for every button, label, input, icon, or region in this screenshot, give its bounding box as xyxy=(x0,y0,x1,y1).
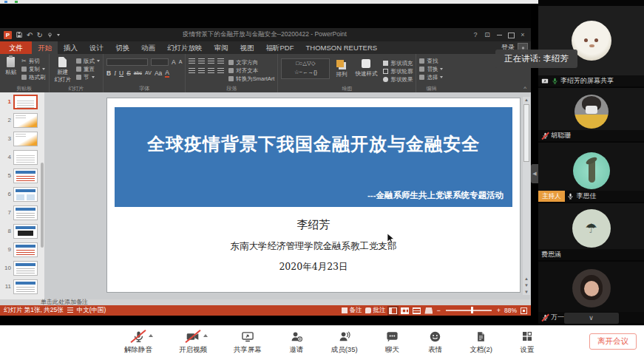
fit-to-window-icon[interactable] xyxy=(521,307,527,314)
select-button[interactable]: 选择 xyxy=(419,74,443,81)
slideshow-view-button[interactable] xyxy=(424,307,433,314)
reset-button[interactable]: 重置 xyxy=(76,66,100,72)
zoom-in-button[interactable]: + xyxy=(497,307,501,314)
font-size-select[interactable] xyxy=(151,58,169,66)
documents-button[interactable]: 文档(2) xyxy=(470,329,492,355)
collapse-ribbon-button[interactable]: ^ xyxy=(523,85,526,92)
bold-button[interactable]: B xyxy=(106,69,111,77)
font-color-button[interactable]: A xyxy=(165,69,169,78)
previous-slide-icon[interactable]: ▲ xyxy=(523,276,530,282)
align-right-icon[interactable] xyxy=(208,68,214,74)
increase-indent-icon[interactable] xyxy=(217,58,224,64)
justify-icon[interactable] xyxy=(217,68,224,74)
slide-thumbnail-8[interactable]: 8 xyxy=(0,222,44,240)
slide-sorter-view-button[interactable] xyxy=(401,307,409,314)
language-indicator[interactable]: 中文(中国) xyxy=(77,306,106,315)
shrink-font-button[interactable]: A xyxy=(179,58,183,66)
text-shadow-button[interactable]: abc xyxy=(134,69,142,77)
undo-icon[interactable]: ↶ xyxy=(27,31,33,39)
character-spacing-button[interactable]: AV xyxy=(145,69,152,77)
slide-thumbnail-9[interactable]: 9 xyxy=(0,240,44,259)
text-direction-button[interactable]: 文字方向 xyxy=(228,59,274,66)
convert-smartart-button[interactable]: 转换为SmartArt xyxy=(228,75,274,82)
cut-button[interactable]: ✂ 剪切 xyxy=(21,58,46,64)
new-slide-button[interactable]: 新建 幻灯片 xyxy=(52,56,74,84)
leave-meeting-button[interactable]: 离开会议 xyxy=(589,333,637,350)
chat-button[interactable]: 聊天 xyxy=(384,329,401,355)
tab-slideshow[interactable]: 幻灯片放映 xyxy=(161,41,209,54)
invite-button[interactable]: 邀请 xyxy=(288,329,305,355)
redo-icon[interactable]: ↻ xyxy=(36,31,42,39)
scrollbar-thumb[interactable] xyxy=(523,104,529,162)
restore-button[interactable] xyxy=(505,29,517,41)
normal-view-button[interactable] xyxy=(389,307,397,314)
tab-foxit-pdf[interactable]: 福昕PDF xyxy=(260,41,300,54)
align-text-button[interactable]: 对齐文本 xyxy=(228,67,274,74)
change-case-button[interactable]: Aa xyxy=(155,69,162,77)
reading-view-button[interactable] xyxy=(413,307,421,314)
vertical-scrollbar[interactable]: ▲ ▲ ▼ ▼ xyxy=(523,97,530,295)
help-button[interactable]: ? xyxy=(470,29,481,41)
share-screen-button[interactable]: 共享屏幕 xyxy=(234,329,262,355)
bullets-icon[interactable] xyxy=(189,58,195,64)
tab-review[interactable]: 审阅 xyxy=(209,41,234,54)
next-slide-icon[interactable]: ▼ xyxy=(523,282,530,288)
comments-toggle-button[interactable]: 批注 xyxy=(365,306,385,315)
ribbon-options-button[interactable]: ⊡ xyxy=(481,29,493,41)
tab-home[interactable]: 开始 xyxy=(32,41,58,54)
sidebar-expand-handle[interactable]: ◀ xyxy=(531,164,538,183)
numbering-icon[interactable] xyxy=(198,58,205,64)
find-button[interactable]: 查找 xyxy=(419,58,443,64)
close-button[interactable]: × xyxy=(517,29,529,41)
arrange-button[interactable]: 排列 xyxy=(333,58,349,84)
tab-animations[interactable]: 动画 xyxy=(135,41,161,54)
slide-thumbnail-2[interactable]: 2 xyxy=(0,111,44,129)
members-button[interactable]: 成员(35) xyxy=(331,329,358,355)
slide-thumbnail-10[interactable]: 10 xyxy=(0,259,44,277)
format-painter-button[interactable]: 格式刷 xyxy=(21,74,46,81)
slide-thumbnail-4[interactable]: 4 xyxy=(0,148,44,166)
touch-mode-icon[interactable] xyxy=(47,32,53,38)
scroll-up-icon[interactable]: ▲ xyxy=(523,97,530,103)
slide-thumbnail-6[interactable]: 6 xyxy=(0,185,44,203)
slide-thumbnail-5[interactable]: 5 xyxy=(0,166,44,185)
underline-button[interactable]: U xyxy=(119,69,123,77)
font-name-select[interactable] xyxy=(106,58,148,66)
participant-tile-screen-share[interactable]: 李绍芳的屏幕共享 xyxy=(538,6,644,86)
tab-view[interactable]: 视图 xyxy=(234,41,260,54)
tab-insert[interactable]: 插入 xyxy=(58,41,84,54)
video-options-caret[interactable] xyxy=(203,334,208,337)
slide-thumbnail-3[interactable]: 3 xyxy=(0,129,44,148)
replace-button[interactable]: 替换 xyxy=(419,66,443,72)
emoji-button[interactable]: 表情 xyxy=(427,329,443,355)
decrease-indent-icon[interactable] xyxy=(208,58,214,64)
unmute-button[interactable]: 解除静音 xyxy=(124,329,152,355)
notes-placeholder[interactable]: 单击此处添加备注 xyxy=(41,299,88,305)
participant-tile-host[interactable]: 主持人 李思佳 xyxy=(538,143,644,202)
tab-transitions[interactable]: 切换 xyxy=(109,41,135,54)
zoom-out-button[interactable]: − xyxy=(436,307,440,314)
zoom-percentage[interactable]: 88% xyxy=(504,307,517,314)
slide-thumbnail-7[interactable]: 7 xyxy=(0,203,44,222)
slide-editor[interactable]: 全球疫情背景下我国金融开放与金融安全 ---金融系师生共上党课系统专题活动 李绍… xyxy=(107,98,520,292)
mic-options-caret[interactable] xyxy=(149,334,153,337)
quick-styles-button[interactable]: 快速样式 xyxy=(353,58,379,84)
align-left-icon[interactable] xyxy=(189,68,195,74)
shape-outline-button[interactable]: 形状轮廓 xyxy=(383,68,413,75)
notes-toggle-button[interactable]: 备注 xyxy=(342,306,362,315)
grow-font-button[interactable]: A xyxy=(172,58,176,66)
section-button[interactable]: 节 xyxy=(76,74,100,81)
collapse-participants-button[interactable]: ∨ xyxy=(564,313,619,324)
italic-button[interactable]: I xyxy=(114,69,116,77)
start-video-button[interactable]: 开启视频 xyxy=(179,329,207,355)
zoom-slider[interactable] xyxy=(446,310,492,311)
paste-button[interactable]: 粘贴 xyxy=(3,56,18,84)
strikethrough-button[interactable]: S xyxy=(126,69,131,77)
align-center-icon[interactable] xyxy=(198,68,205,74)
shapes-gallery[interactable]: □○△▽◇ ☆~←→{} xyxy=(281,58,330,79)
scroll-down-icon[interactable]: ▼ xyxy=(523,289,530,295)
thumbnail-scrollbar[interactable] xyxy=(41,163,44,248)
notes-bar[interactable]: 单击此处添加备注 xyxy=(0,299,531,305)
settings-button[interactable]: 设置 xyxy=(519,329,535,355)
tab-design[interactable]: 设计 xyxy=(84,41,109,54)
